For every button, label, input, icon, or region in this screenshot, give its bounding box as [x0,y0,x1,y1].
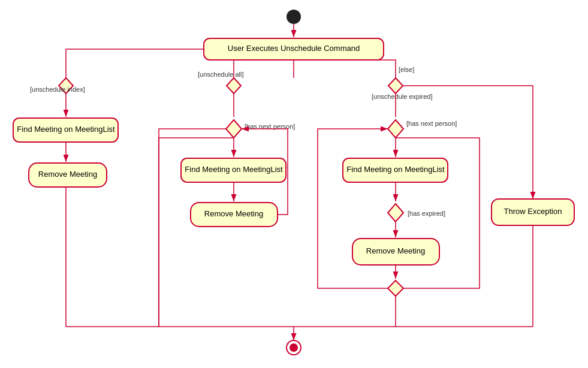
throw-label: Throw Exception [504,207,562,216]
guard-all-label: [unschedule all] [198,71,243,78]
command-label: User Executes Unschedule Command [228,44,360,53]
find1-label: Find Meeting on MeetingList [17,125,115,134]
diamond-center [227,78,241,93]
guard-expired-label: [unschedule expired] [372,93,433,100]
end-inner [290,343,298,352]
find2-label: Find Meeting on MeetingList [185,165,283,174]
guard-else-label: [else] [399,66,414,73]
arrow-cmd-to-right-diamond [294,60,396,78]
find3-label: Find Meeting on MeetingList [346,165,445,174]
remove2-label: Remove Meeting [204,209,263,218]
guard-next-right-label: [has next person] [406,120,457,127]
diamond-expired [388,204,403,222]
remove1-label: Remove Meeting [38,170,97,179]
diamond-right-loop [388,120,403,138]
diamond-center-loop [226,120,242,138]
arrow-cmd-to-left-diamond [66,49,204,78]
guard-index-label: [unschedule index] [30,86,85,93]
diamond-right-lower [388,280,403,296]
diamond-right-top [388,78,403,93]
activity-diagram: User Executes Unschedule Command [unsche… [0,0,588,368]
start-node [287,10,301,24]
remove3-label: Remove Meeting [366,246,425,255]
guard-expired-inner-label: [has expired] [408,210,445,217]
